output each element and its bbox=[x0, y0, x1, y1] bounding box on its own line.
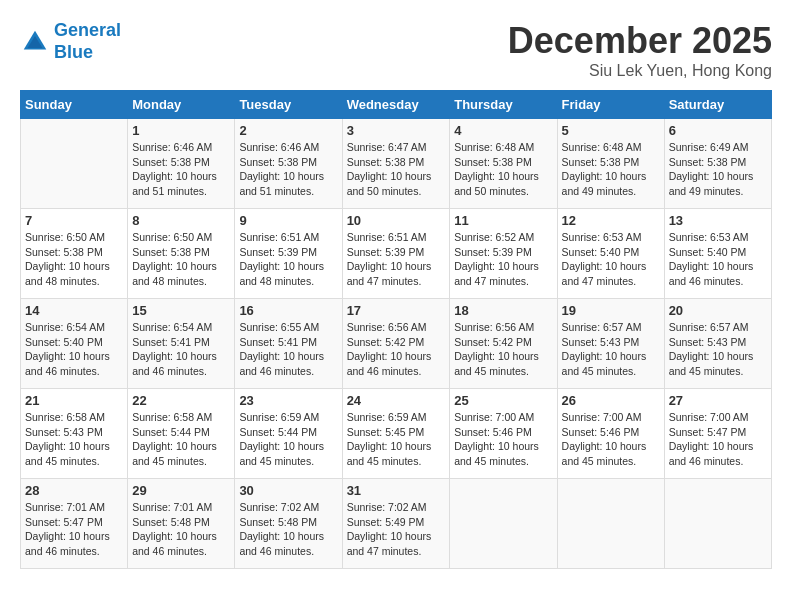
day-info: Sunrise: 6:56 AM Sunset: 5:42 PM Dayligh… bbox=[347, 320, 446, 379]
calendar-cell bbox=[21, 119, 128, 209]
weekday-row: SundayMondayTuesdayWednesdayThursdayFrid… bbox=[21, 91, 772, 119]
calendar-cell: 29Sunrise: 7:01 AM Sunset: 5:48 PM Dayli… bbox=[128, 479, 235, 569]
calendar-cell: 27Sunrise: 7:00 AM Sunset: 5:47 PM Dayli… bbox=[664, 389, 771, 479]
day-number: 14 bbox=[25, 303, 123, 318]
calendar-cell: 1Sunrise: 6:46 AM Sunset: 5:38 PM Daylig… bbox=[128, 119, 235, 209]
day-number: 6 bbox=[669, 123, 767, 138]
weekday-header: Monday bbox=[128, 91, 235, 119]
weekday-header: Saturday bbox=[664, 91, 771, 119]
calendar-cell: 13Sunrise: 6:53 AM Sunset: 5:40 PM Dayli… bbox=[664, 209, 771, 299]
calendar-cell: 17Sunrise: 6:56 AM Sunset: 5:42 PM Dayli… bbox=[342, 299, 450, 389]
day-number: 9 bbox=[239, 213, 337, 228]
calendar-cell: 11Sunrise: 6:52 AM Sunset: 5:39 PM Dayli… bbox=[450, 209, 557, 299]
calendar-cell: 14Sunrise: 6:54 AM Sunset: 5:40 PM Dayli… bbox=[21, 299, 128, 389]
day-number: 4 bbox=[454, 123, 552, 138]
day-number: 2 bbox=[239, 123, 337, 138]
logo-line2: Blue bbox=[54, 42, 93, 62]
day-number: 27 bbox=[669, 393, 767, 408]
calendar-cell: 22Sunrise: 6:58 AM Sunset: 5:44 PM Dayli… bbox=[128, 389, 235, 479]
day-info: Sunrise: 6:58 AM Sunset: 5:43 PM Dayligh… bbox=[25, 410, 123, 469]
calendar-cell: 28Sunrise: 7:01 AM Sunset: 5:47 PM Dayli… bbox=[21, 479, 128, 569]
day-number: 19 bbox=[562, 303, 660, 318]
calendar-cell: 31Sunrise: 7:02 AM Sunset: 5:49 PM Dayli… bbox=[342, 479, 450, 569]
calendar-week-row: 7Sunrise: 6:50 AM Sunset: 5:38 PM Daylig… bbox=[21, 209, 772, 299]
day-info: Sunrise: 6:57 AM Sunset: 5:43 PM Dayligh… bbox=[562, 320, 660, 379]
title-block: December 2025 Siu Lek Yuen, Hong Kong bbox=[508, 20, 772, 80]
day-info: Sunrise: 7:01 AM Sunset: 5:47 PM Dayligh… bbox=[25, 500, 123, 559]
calendar-cell: 16Sunrise: 6:55 AM Sunset: 5:41 PM Dayli… bbox=[235, 299, 342, 389]
weekday-header: Wednesday bbox=[342, 91, 450, 119]
day-info: Sunrise: 6:54 AM Sunset: 5:41 PM Dayligh… bbox=[132, 320, 230, 379]
calendar-cell: 26Sunrise: 7:00 AM Sunset: 5:46 PM Dayli… bbox=[557, 389, 664, 479]
day-info: Sunrise: 6:53 AM Sunset: 5:40 PM Dayligh… bbox=[562, 230, 660, 289]
calendar-cell: 19Sunrise: 6:57 AM Sunset: 5:43 PM Dayli… bbox=[557, 299, 664, 389]
calendar-cell: 18Sunrise: 6:56 AM Sunset: 5:42 PM Dayli… bbox=[450, 299, 557, 389]
weekday-header: Thursday bbox=[450, 91, 557, 119]
day-info: Sunrise: 7:02 AM Sunset: 5:48 PM Dayligh… bbox=[239, 500, 337, 559]
day-info: Sunrise: 6:55 AM Sunset: 5:41 PM Dayligh… bbox=[239, 320, 337, 379]
day-number: 18 bbox=[454, 303, 552, 318]
calendar-cell bbox=[664, 479, 771, 569]
day-info: Sunrise: 6:46 AM Sunset: 5:38 PM Dayligh… bbox=[132, 140, 230, 199]
day-number: 7 bbox=[25, 213, 123, 228]
day-number: 12 bbox=[562, 213, 660, 228]
calendar-cell bbox=[450, 479, 557, 569]
day-info: Sunrise: 6:52 AM Sunset: 5:39 PM Dayligh… bbox=[454, 230, 552, 289]
day-info: Sunrise: 7:00 AM Sunset: 5:46 PM Dayligh… bbox=[562, 410, 660, 469]
logo-line1: General bbox=[54, 20, 121, 40]
day-info: Sunrise: 6:49 AM Sunset: 5:38 PM Dayligh… bbox=[669, 140, 767, 199]
day-info: Sunrise: 6:56 AM Sunset: 5:42 PM Dayligh… bbox=[454, 320, 552, 379]
page-header: General Blue December 2025 Siu Lek Yuen,… bbox=[20, 20, 772, 80]
calendar-header: SundayMondayTuesdayWednesdayThursdayFrid… bbox=[21, 91, 772, 119]
calendar-cell: 6Sunrise: 6:49 AM Sunset: 5:38 PM Daylig… bbox=[664, 119, 771, 209]
day-number: 30 bbox=[239, 483, 337, 498]
day-number: 28 bbox=[25, 483, 123, 498]
day-info: Sunrise: 7:02 AM Sunset: 5:49 PM Dayligh… bbox=[347, 500, 446, 559]
day-number: 15 bbox=[132, 303, 230, 318]
weekday-header: Friday bbox=[557, 91, 664, 119]
calendar-cell: 3Sunrise: 6:47 AM Sunset: 5:38 PM Daylig… bbox=[342, 119, 450, 209]
day-number: 5 bbox=[562, 123, 660, 138]
day-info: Sunrise: 6:51 AM Sunset: 5:39 PM Dayligh… bbox=[239, 230, 337, 289]
location: Siu Lek Yuen, Hong Kong bbox=[508, 62, 772, 80]
calendar-cell: 4Sunrise: 6:48 AM Sunset: 5:38 PM Daylig… bbox=[450, 119, 557, 209]
day-number: 26 bbox=[562, 393, 660, 408]
day-number: 17 bbox=[347, 303, 446, 318]
calendar-body: 1Sunrise: 6:46 AM Sunset: 5:38 PM Daylig… bbox=[21, 119, 772, 569]
day-number: 10 bbox=[347, 213, 446, 228]
month-title: December 2025 bbox=[508, 20, 772, 62]
day-info: Sunrise: 6:54 AM Sunset: 5:40 PM Dayligh… bbox=[25, 320, 123, 379]
day-number: 25 bbox=[454, 393, 552, 408]
day-number: 20 bbox=[669, 303, 767, 318]
day-number: 22 bbox=[132, 393, 230, 408]
day-number: 29 bbox=[132, 483, 230, 498]
day-info: Sunrise: 6:59 AM Sunset: 5:44 PM Dayligh… bbox=[239, 410, 337, 469]
calendar-cell: 23Sunrise: 6:59 AM Sunset: 5:44 PM Dayli… bbox=[235, 389, 342, 479]
calendar-cell: 25Sunrise: 7:00 AM Sunset: 5:46 PM Dayli… bbox=[450, 389, 557, 479]
day-info: Sunrise: 6:48 AM Sunset: 5:38 PM Dayligh… bbox=[454, 140, 552, 199]
logo-text: General Blue bbox=[54, 20, 121, 63]
calendar-table: SundayMondayTuesdayWednesdayThursdayFrid… bbox=[20, 90, 772, 569]
day-info: Sunrise: 6:46 AM Sunset: 5:38 PM Dayligh… bbox=[239, 140, 337, 199]
calendar-cell: 20Sunrise: 6:57 AM Sunset: 5:43 PM Dayli… bbox=[664, 299, 771, 389]
calendar-week-row: 28Sunrise: 7:01 AM Sunset: 5:47 PM Dayli… bbox=[21, 479, 772, 569]
day-info: Sunrise: 6:50 AM Sunset: 5:38 PM Dayligh… bbox=[25, 230, 123, 289]
day-number: 13 bbox=[669, 213, 767, 228]
day-info: Sunrise: 6:59 AM Sunset: 5:45 PM Dayligh… bbox=[347, 410, 446, 469]
weekday-header: Tuesday bbox=[235, 91, 342, 119]
day-info: Sunrise: 6:57 AM Sunset: 5:43 PM Dayligh… bbox=[669, 320, 767, 379]
day-number: 1 bbox=[132, 123, 230, 138]
calendar-cell: 8Sunrise: 6:50 AM Sunset: 5:38 PM Daylig… bbox=[128, 209, 235, 299]
weekday-header: Sunday bbox=[21, 91, 128, 119]
day-info: Sunrise: 6:48 AM Sunset: 5:38 PM Dayligh… bbox=[562, 140, 660, 199]
calendar-cell: 24Sunrise: 6:59 AM Sunset: 5:45 PM Dayli… bbox=[342, 389, 450, 479]
day-number: 16 bbox=[239, 303, 337, 318]
calendar-cell: 2Sunrise: 6:46 AM Sunset: 5:38 PM Daylig… bbox=[235, 119, 342, 209]
calendar-cell: 30Sunrise: 7:02 AM Sunset: 5:48 PM Dayli… bbox=[235, 479, 342, 569]
day-info: Sunrise: 6:50 AM Sunset: 5:38 PM Dayligh… bbox=[132, 230, 230, 289]
calendar-cell: 12Sunrise: 6:53 AM Sunset: 5:40 PM Dayli… bbox=[557, 209, 664, 299]
day-number: 23 bbox=[239, 393, 337, 408]
day-number: 11 bbox=[454, 213, 552, 228]
day-info: Sunrise: 6:51 AM Sunset: 5:39 PM Dayligh… bbox=[347, 230, 446, 289]
calendar-cell: 15Sunrise: 6:54 AM Sunset: 5:41 PM Dayli… bbox=[128, 299, 235, 389]
